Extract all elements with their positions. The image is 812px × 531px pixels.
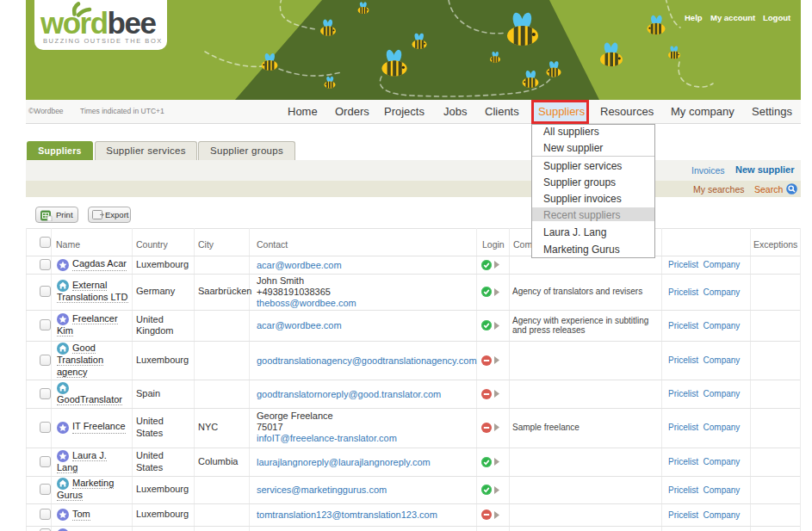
svg-text:wordbee: wordbee [40,6,156,40]
svg-text:BUZZING OUTSIDE THE BOX: BUZZING OUTSIDE THE BOX [43,37,163,45]
